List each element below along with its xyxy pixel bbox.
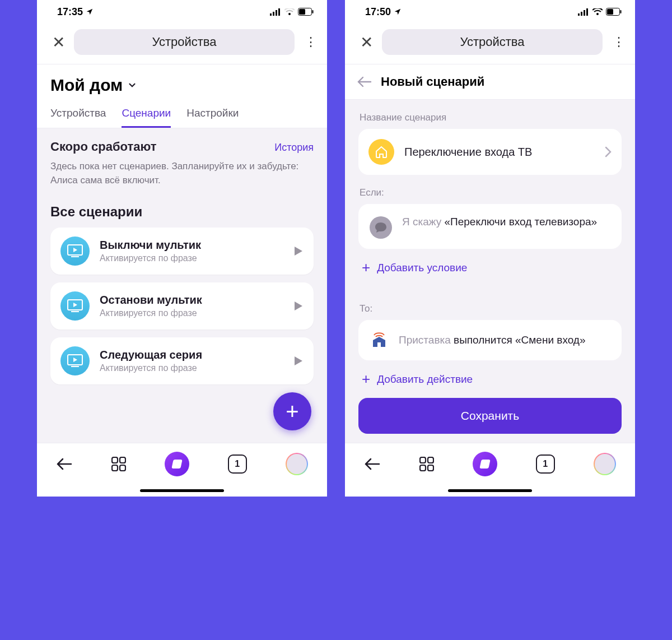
tab-scenarios[interactable]: Сценарии xyxy=(122,107,171,128)
wifi-icon xyxy=(592,8,603,16)
scenario-subtitle: Активируется по фразе xyxy=(100,308,283,318)
home-indicator xyxy=(448,489,532,492)
tab-settings[interactable]: Настройки xyxy=(186,107,239,128)
device-icon xyxy=(370,332,389,348)
battery-icon xyxy=(298,8,314,16)
svg-rect-1 xyxy=(273,12,274,16)
scenario-title: Останови мультик xyxy=(100,294,283,307)
battery-icon xyxy=(606,8,622,16)
add-condition-button[interactable]: + Добавить условие xyxy=(362,259,618,276)
svg-rect-23 xyxy=(620,10,622,13)
all-scenarios-title: Все сценарии xyxy=(50,204,314,220)
svg-rect-19 xyxy=(584,10,585,16)
soon-description: Здесь пока нет сценариев. Запланируйте и… xyxy=(50,160,314,187)
status-bar: 17:35 xyxy=(37,0,327,24)
nav-apps[interactable] xyxy=(111,457,126,471)
tv-play-icon xyxy=(60,236,90,266)
top-bar: ✕ Устройства ⋮ xyxy=(37,24,327,64)
cellular-icon xyxy=(270,8,281,16)
wifi-icon xyxy=(284,8,295,16)
close-button[interactable]: ✕ xyxy=(358,33,374,52)
scenario-row[interactable]: Останови мультик Активируется по фразе xyxy=(50,282,314,330)
svg-rect-0 xyxy=(270,13,272,16)
nav-profile[interactable] xyxy=(594,453,616,475)
more-menu-button[interactable]: ⋮ xyxy=(302,35,319,49)
svg-rect-13 xyxy=(112,457,118,463)
location-icon xyxy=(86,8,94,16)
tv-play-icon xyxy=(60,346,90,375)
cellular-icon xyxy=(578,8,589,16)
save-button[interactable]: Сохранить xyxy=(358,398,622,434)
name-label: Название сценария xyxy=(360,112,620,123)
subheader-title: Новый сценарий xyxy=(381,75,484,89)
svg-rect-10 xyxy=(71,311,79,312)
svg-rect-12 xyxy=(71,366,79,367)
nav-profile[interactable] xyxy=(286,453,308,475)
condition-text: Я скажу «Переключи вход телевизора» xyxy=(402,214,610,230)
page-title-pill[interactable]: Устройства xyxy=(74,29,295,55)
scenario-subtitle: Активируется по фразе xyxy=(100,363,283,373)
status-time: 17:50 xyxy=(365,6,402,18)
status-time: 17:35 xyxy=(57,6,94,18)
location-icon xyxy=(394,8,402,16)
home-icon xyxy=(368,139,394,165)
scenario-subtitle: Активируется по фразе xyxy=(100,253,283,263)
svg-rect-25 xyxy=(420,457,426,463)
home-header: Мой дом xyxy=(37,64,327,95)
nav-tabs-count[interactable]: 1 xyxy=(536,455,555,474)
play-icon xyxy=(293,300,304,312)
if-label: Если: xyxy=(360,187,620,198)
svg-rect-26 xyxy=(428,457,433,463)
svg-rect-5 xyxy=(299,9,305,15)
play-icon xyxy=(293,245,304,257)
scenario-name-value: Переключение входа ТВ xyxy=(404,146,595,159)
back-button[interactable] xyxy=(357,76,372,87)
scenario-title: Следующая серия xyxy=(100,349,283,361)
svg-rect-28 xyxy=(428,465,433,471)
nav-tabs-count[interactable]: 1 xyxy=(228,455,247,474)
home-dropdown[interactable]: Мой дом xyxy=(50,76,314,95)
svg-rect-3 xyxy=(278,8,280,16)
svg-rect-8 xyxy=(71,256,79,257)
subheader: Новый сценарий xyxy=(345,64,635,100)
chevron-down-icon xyxy=(127,80,137,90)
svg-rect-6 xyxy=(312,10,314,13)
action-row[interactable]: Приставка выполнится «Смени вход» xyxy=(358,320,622,360)
phone-screen-scenarios: 17:35 ✕ Устройства ⋮ Мой дом Устройства … xyxy=(37,0,327,497)
then-label: То: xyxy=(360,303,620,314)
tv-play-icon xyxy=(60,291,90,321)
scenario-title: Выключи мультик xyxy=(100,239,283,252)
svg-rect-22 xyxy=(607,9,613,15)
svg-rect-16 xyxy=(120,465,125,471)
history-link[interactable]: История xyxy=(274,142,314,154)
nav-alice[interactable] xyxy=(473,452,497,476)
tab-devices[interactable]: Устройства xyxy=(50,107,106,128)
svg-rect-2 xyxy=(276,10,277,16)
svg-rect-20 xyxy=(586,8,588,16)
close-button[interactable]: ✕ xyxy=(50,33,66,52)
svg-rect-17 xyxy=(578,13,580,16)
svg-rect-18 xyxy=(581,12,582,16)
svg-rect-24 xyxy=(377,342,381,347)
action-text: Приставка выполнится «Смени вход» xyxy=(399,334,585,346)
page-title-pill[interactable]: Устройства xyxy=(382,29,603,55)
bottom-nav: 1 xyxy=(345,443,635,497)
add-scenario-fab[interactable]: + xyxy=(273,392,311,430)
scenario-row[interactable]: Выключи мультик Активируется по фразе xyxy=(50,228,314,275)
soon-title: Скоро сработают xyxy=(50,140,156,154)
phone-screen-new-scenario: 17:50 ✕ Устройства ⋮ Новый сценарий Назв… xyxy=(345,0,635,497)
nav-apps[interactable] xyxy=(419,457,434,471)
nav-back[interactable] xyxy=(56,458,73,470)
more-menu-button[interactable]: ⋮ xyxy=(610,35,627,49)
svg-rect-15 xyxy=(112,465,118,471)
scenario-row[interactable]: Следующая серия Активируется по фразе xyxy=(50,337,314,384)
add-action-button[interactable]: + Добавить действие xyxy=(362,370,618,388)
condition-row[interactable]: Я скажу «Переключи вход телевизора» xyxy=(358,204,622,249)
bottom-nav: 1 xyxy=(37,443,327,497)
scenario-name-row[interactable]: Переключение входа ТВ xyxy=(358,129,622,175)
chevron-right-icon xyxy=(605,146,612,157)
nav-alice[interactable] xyxy=(165,452,189,476)
svg-rect-27 xyxy=(420,465,426,471)
nav-back[interactable] xyxy=(364,458,381,470)
top-bar: ✕ Устройства ⋮ xyxy=(345,24,635,64)
